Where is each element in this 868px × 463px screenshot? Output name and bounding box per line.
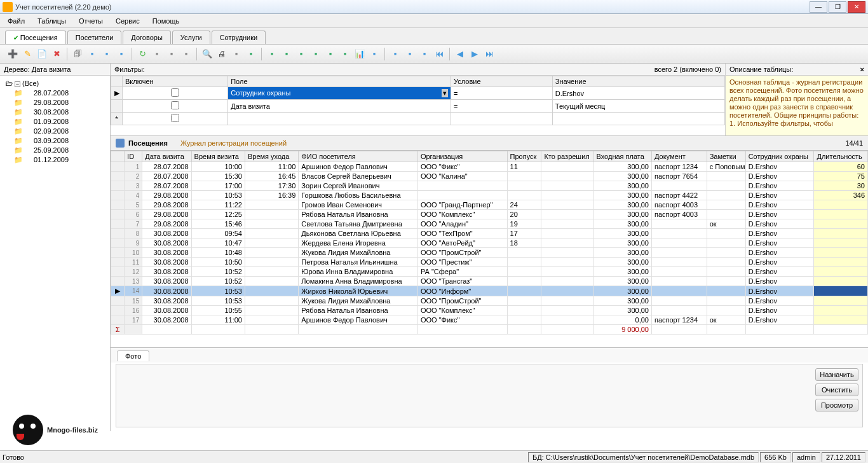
tree-panel: Дерево: Дата визита −(Все)28.07.200829.0… — [0, 64, 111, 431]
table-row[interactable]: 1030.08.200810:48Жукова Лидия Михайловна… — [111, 248, 868, 258]
menu-Файл[interactable]: Файл — [1, 15, 31, 27]
tab-Посетители[interactable]: Посетители — [67, 31, 122, 44]
grid-count: 14/41 — [845, 139, 863, 147]
toolbar-btn-4[interactable]: 🗐 — [71, 48, 84, 60]
tree-node[interactable]: 30.08.2008 — [4, 107, 106, 117]
main-tabs: ПосещенияПосетителиДоговорыУслугиСотрудн… — [0, 28, 868, 45]
window-title: Учет посетителей (2.20 демо) — [15, 3, 810, 11]
toolbar-btn-10[interactable]: ▪ — [165, 48, 178, 60]
toolbar-btn-5[interactable]: ▪ — [86, 48, 98, 60]
toolbar-btn-15[interactable]: ▪ — [245, 48, 257, 60]
status-user: admin — [792, 452, 820, 462]
toolbar-btn-8[interactable]: ↻ — [136, 48, 149, 60]
toolbar-btn-22[interactable]: 📊 — [353, 48, 366, 60]
menu-Помощь[interactable]: Помощь — [146, 15, 186, 27]
toolbar-btn-12[interactable]: 🔍 — [201, 48, 214, 60]
table-row[interactable]: 1530.08.200810:53Жукова Лидия Михайловна… — [111, 296, 868, 306]
photo-area: НазначитьОчиститьПросмотр — [116, 364, 863, 427]
titlebar: Учет посетителей (2.20 демо) — ❐ ✕ — [0, 0, 868, 14]
table-row[interactable]: 629.08.200812:25Рябова Наталья ИвановнаО… — [111, 210, 868, 219]
table-row[interactable]: 529.08.200811:22Громов Иван СеменовичООО… — [111, 200, 868, 210]
tree-header: Дерево: Дата визита — [0, 64, 110, 76]
close-desc-icon[interactable]: × — [860, 66, 864, 73]
status-date: 27.12.2011 — [822, 452, 865, 462]
toolbar: ➕✎📄✖🗐▪▪▪↻▪▪▪🔍🖨▪▪▪▪▪▪▪▪📊▪▪▪▪⏮◀▶⏭ — [0, 45, 868, 64]
status-size: 656 Kb — [760, 452, 791, 462]
toolbar-btn-29[interactable]: ▶ — [468, 48, 481, 60]
photo-Просмотр[interactable]: Просмотр — [815, 399, 858, 411]
grid-icon — [116, 139, 125, 148]
toolbar-btn-18[interactable]: ▪ — [295, 48, 308, 60]
toolbar-btn-1[interactable]: ✎ — [21, 48, 34, 60]
toolbar-btn-9[interactable]: ▪ — [151, 48, 163, 60]
table-row[interactable]: 429.08.200810:5316:39Горшкова Любовь Вас… — [111, 191, 868, 200]
tab-Посещения[interactable]: Посещения — [5, 31, 66, 44]
toolbar-btn-21[interactable]: ▪ — [339, 48, 351, 60]
toolbar-btn-23[interactable]: ▪ — [368, 48, 381, 60]
grid-title: Посещения — [128, 139, 168, 147]
toolbar-btn-13[interactable]: 🖨 — [215, 48, 228, 60]
toolbar-btn-28[interactable]: ◀ — [454, 48, 466, 60]
table-row[interactable]: 1630.08.200810:55Рябова Наталья Ивановна… — [111, 306, 868, 315]
photo-Назначить[interactable]: Назначить — [815, 368, 858, 381]
data-grid[interactable]: IDДата визитаВремя визитаВремя уходаФИО … — [111, 151, 868, 347]
toolbar-btn-11[interactable]: ▪ — [180, 48, 193, 60]
filter-grid[interactable]: ВключенПолеУсловиеЗначение▶Сотрудник охр… — [111, 76, 725, 135]
filter-enable[interactable] — [171, 88, 179, 97]
toolbar-btn-27[interactable]: ⏮ — [433, 48, 445, 60]
app-icon — [3, 2, 13, 12]
table-row[interactable]: 1330.08.200810:52Ломакина Анна Владимиро… — [111, 277, 868, 286]
toolbar-btn-2[interactable]: 📄 — [36, 48, 48, 60]
minimize-button[interactable]: — — [810, 1, 827, 13]
close-button[interactable]: ✕ — [848, 1, 865, 13]
toolbar-btn-26[interactable]: ▪ — [418, 48, 431, 60]
table-row[interactable]: ▶1430.08.200810:53Жирков Николай Юрьевич… — [111, 286, 868, 296]
menu-Сервис[interactable]: Сервис — [109, 15, 146, 27]
status-db: БД: C:\Users\rustik\Documents\Учет посет… — [528, 452, 759, 462]
tree-node[interactable]: 01.12.2009 — [4, 155, 106, 165]
toolbar-btn-16[interactable]: ▪ — [266, 48, 278, 60]
tree-node[interactable]: 25.09.2008 — [4, 146, 106, 155]
table-row[interactable]: 1230.08.200810:52Юрова Инна Владимировна… — [111, 267, 868, 277]
toolbar-btn-14[interactable]: ▪ — [230, 48, 243, 60]
toolbar-btn-30[interactable]: ⏭ — [483, 48, 496, 60]
tab-Услуги[interactable]: Услуги — [172, 31, 210, 44]
table-row[interactable]: 1130.08.200810:50Петрова Наталья Ильиниш… — [111, 258, 868, 267]
table-row[interactable]: 930.08.200810:47Жердева Елена ИгоревнаОО… — [111, 238, 868, 248]
toolbar-btn-7[interactable]: ▪ — [115, 48, 128, 60]
desc-header: Описание таблицы: — [729, 66, 793, 73]
toolbar-btn-19[interactable]: ▪ — [309, 48, 322, 60]
filter-enable[interactable] — [171, 101, 179, 109]
toolbar-btn-0[interactable]: ➕ — [6, 48, 19, 60]
tree-node[interactable]: 03.09.2008 — [4, 136, 106, 146]
date-tree[interactable]: −(Все)28.07.200829.08.200830.08.200801.0… — [0, 76, 110, 431]
photo-tab[interactable]: Фото — [117, 350, 149, 361]
toolbar-btn-20[interactable]: ▪ — [324, 48, 337, 60]
table-row[interactable]: 228.07.200815:3016:45Власов Сергей Валер… — [111, 172, 868, 181]
maximize-button[interactable]: ❐ — [829, 1, 846, 13]
filters-stats: всего 2 (включено 0) — [149, 64, 725, 75]
filters-label: Фильтры: — [111, 64, 149, 75]
table-description: Основная таблица - журнал регистрации вс… — [725, 76, 868, 135]
menu-Таблицы[interactable]: Таблицы — [31, 15, 72, 27]
tree-root[interactable]: −(Все) — [4, 78, 106, 88]
table-row[interactable]: 830.08.200809:54Дьяконова Светлана Юрьев… — [111, 229, 868, 238]
toolbar-btn-6[interactable]: ▪ — [100, 48, 113, 60]
table-row[interactable]: 328.07.200817:0017:30Зорин Сергей Иванов… — [111, 181, 868, 191]
tree-node[interactable]: 29.08.2008 — [4, 98, 106, 107]
toolbar-btn-17[interactable]: ▪ — [280, 48, 293, 60]
table-row[interactable]: 1730.08.200811:00Аршинов Федор ПавловичО… — [111, 315, 868, 325]
table-row[interactable]: 128.07.200810:0011:00Аршинов Федор Павло… — [111, 162, 868, 172]
tab-Сотрудники[interactable]: Сотрудники — [212, 31, 266, 44]
tab-Договоры[interactable]: Договоры — [123, 31, 170, 44]
tree-node[interactable]: 01.09.2008 — [4, 117, 106, 127]
tree-node[interactable]: 02.09.2008 — [4, 127, 106, 136]
status-ready: Готово — [3, 453, 24, 461]
photo-Очистить[interactable]: Очистить — [815, 384, 858, 396]
toolbar-btn-24[interactable]: ▪ — [389, 48, 402, 60]
tree-node[interactable]: 28.07.2008 — [4, 88, 106, 98]
toolbar-btn-25[interactable]: ▪ — [403, 48, 416, 60]
table-row[interactable]: 729.08.200815:46Светлова Татьяна Дмитрие… — [111, 219, 868, 229]
toolbar-btn-3[interactable]: ✖ — [50, 48, 63, 60]
menu-Отчеты[interactable]: Отчеты — [72, 15, 109, 27]
